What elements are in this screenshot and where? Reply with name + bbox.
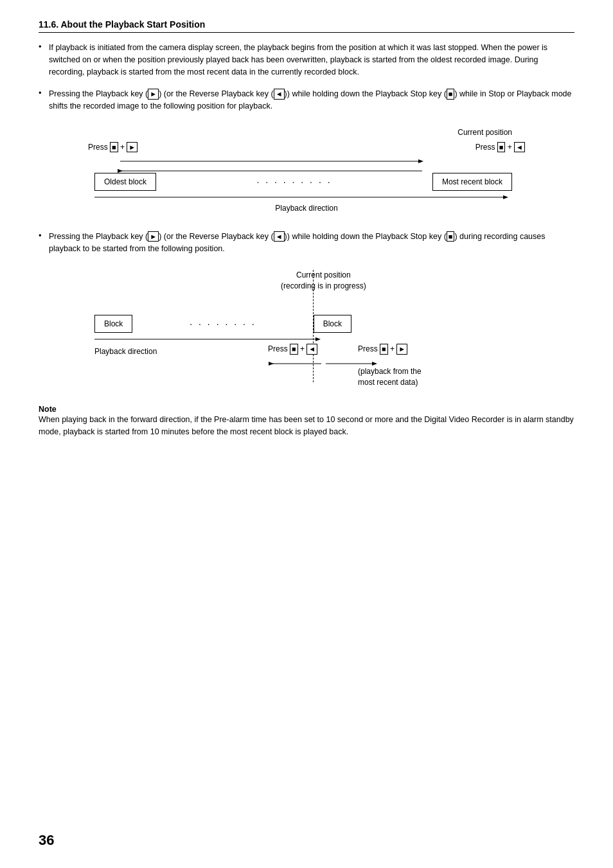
- play-key-icon-2: ►: [148, 231, 159, 242]
- bullet-2: • Pressing the Playback key (►) (or the …: [39, 88, 574, 118]
- d2-playback-note: (playback from themost recent data): [358, 366, 422, 388]
- bullet-dot-1: •: [39, 42, 46, 83]
- playback-direction-label-2: Playback direction: [94, 347, 157, 356]
- most-recent-block: Most recent block: [432, 173, 512, 191]
- d2-arrow-left-svg: [271, 359, 323, 369]
- stop-key-icon: ■: [447, 89, 455, 99]
- bullet-2-text: Pressing the Playback key (►) (or the Re…: [49, 88, 574, 112]
- bullet-1: • If playback is initiated from the came…: [39, 42, 574, 83]
- block-dots: · · · · · · · · ·: [156, 177, 432, 187]
- bullet-3: • Pressing the Playback key (►) (or the …: [39, 231, 574, 260]
- stop-key-icon-2: ■: [447, 231, 455, 242]
- press-left-label: Press ■ + ►: [88, 142, 138, 152]
- rev-key-icon: ◄: [274, 89, 285, 99]
- press-right-label: Press ■ + ◄: [475, 142, 525, 152]
- d2-press-forward-label: Press ■ + ►: [358, 344, 407, 354]
- playback-direction-label-1: Playback direction: [82, 204, 531, 213]
- stop-icon-d1-r: ■: [497, 142, 506, 152]
- stop-icon-d2-fwd: ■: [380, 344, 388, 354]
- stop-icon-d1-l: ■: [110, 142, 118, 152]
- rev-icon-d1-r: ◄: [514, 142, 525, 152]
- diagram-2-wrapper: Current position(recording is in progres…: [39, 270, 574, 392]
- play-icon-d2: ►: [396, 344, 407, 354]
- note-body: When playing back in the forward directi…: [39, 414, 574, 438]
- page-number: 36: [39, 832, 54, 849]
- rev-key-icon-2: ◄: [274, 231, 285, 242]
- note-section: Note When playing back in the forward di…: [39, 405, 574, 438]
- diagram-2: Current position(recording is in progres…: [82, 270, 531, 392]
- bullet-3-text: Pressing the Playback key (►) (or the Re…: [49, 231, 574, 255]
- diagram-1: Current position Press ■ + ► Press ■ + ◄: [82, 128, 531, 218]
- play-key-icon: ►: [148, 89, 159, 99]
- d2-block-1: Block: [94, 315, 132, 333]
- bullet-1-text: If playback is initiated from the camera…: [49, 42, 574, 78]
- bullet-dot-2: •: [39, 88, 46, 118]
- stop-icon-d2-rewind: ■: [290, 344, 298, 354]
- current-position-recording-label: Current position(recording is in progres…: [281, 270, 366, 292]
- current-position-label: Current position: [458, 128, 512, 137]
- oldest-block: Oldest block: [94, 173, 156, 191]
- d1-blocks-row: Oldest block · · · · · · · · · Most rece…: [94, 173, 512, 191]
- play-icon-d1-l: ►: [127, 142, 138, 152]
- bullet-dot-3: •: [39, 231, 46, 260]
- diagram-1-wrapper: Current position Press ■ + ► Press ■ + ◄: [39, 128, 574, 218]
- d2-press-rewind-label: Press ■ + ◄: [268, 344, 317, 354]
- rev-icon-d2: ◄: [306, 344, 317, 354]
- d2-block-dots: · · · · · · · ·: [132, 319, 313, 329]
- d2-block-2: Block: [314, 315, 351, 333]
- section-title: 11.6. About the Playback Start Position: [39, 19, 574, 33]
- d2-blocks-row: Block · · · · · · · · Block: [94, 315, 351, 333]
- note-title: Note: [39, 405, 574, 414]
